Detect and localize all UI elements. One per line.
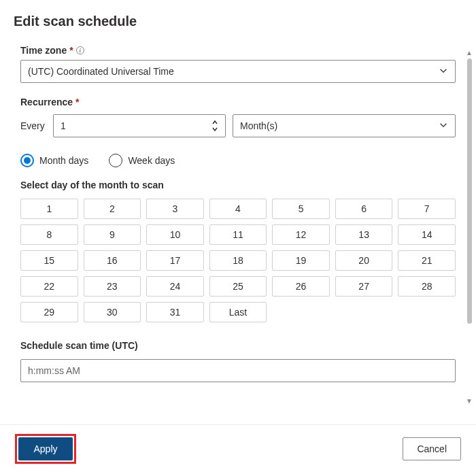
dialog-header: Edit scan schedule bbox=[0, 0, 476, 35]
day-cell-5[interactable]: 5 bbox=[272, 199, 330, 219]
spinner-up-icon[interactable] bbox=[211, 119, 218, 126]
day-cell-8[interactable]: 8 bbox=[20, 224, 78, 245]
day-cell-16[interactable]: 16 bbox=[84, 250, 141, 271]
day-cell-6[interactable]: 6 bbox=[335, 199, 393, 219]
day-cell-18[interactable]: 18 bbox=[209, 250, 267, 271]
dialog-title: Edit scan schedule bbox=[14, 14, 462, 29]
dialog-footer: Apply Cancel bbox=[0, 424, 476, 472]
scan-time-placeholder: h:mm:ss AM bbox=[28, 365, 80, 376]
recurrence-label-text: Recurrence bbox=[20, 97, 73, 107]
day-cell-3[interactable]: 3 bbox=[146, 199, 204, 219]
form-body: Time zone * i (UTC) Coordinated Universa… bbox=[0, 37, 476, 424]
timezone-value: (UTC) Coordinated Universal Time bbox=[28, 66, 174, 77]
required-marker: * bbox=[75, 97, 79, 107]
day-cell-4[interactable]: 4 bbox=[209, 199, 267, 219]
day-cell-last[interactable]: Last bbox=[209, 302, 267, 322]
day-cell-13[interactable]: 13 bbox=[335, 224, 393, 245]
apply-highlight: Apply bbox=[15, 434, 76, 464]
chevron-down-icon bbox=[439, 120, 448, 132]
scan-time-label: Schedule scan time (UTC) bbox=[20, 340, 456, 351]
every-label: Every bbox=[20, 120, 46, 131]
day-cell-25[interactable]: 25 bbox=[209, 276, 267, 297]
spinner-arrows bbox=[211, 115, 222, 137]
day-cell-7[interactable]: 7 bbox=[398, 199, 456, 219]
recurrence-unit-value: Month(s) bbox=[240, 120, 277, 131]
radio-week-days-label: Week days bbox=[128, 155, 175, 166]
day-cell-26[interactable]: 26 bbox=[272, 276, 330, 297]
day-cell-22[interactable]: 22 bbox=[20, 276, 78, 297]
day-cell-1[interactable]: 1 bbox=[20, 199, 78, 219]
radio-circle-icon bbox=[20, 154, 34, 167]
timezone-section: Time zone * i (UTC) Coordinated Universa… bbox=[20, 45, 456, 83]
day-cell-11[interactable]: 11 bbox=[209, 224, 267, 245]
day-cell-31[interactable]: 31 bbox=[146, 302, 204, 322]
timezone-label: Time zone * i bbox=[20, 45, 456, 56]
day-cell-21[interactable]: 21 bbox=[398, 250, 456, 271]
info-icon[interactable]: i bbox=[76, 46, 84, 54]
radio-month-days[interactable]: Month days bbox=[20, 154, 88, 167]
recurrence-label: Recurrence * bbox=[20, 97, 456, 107]
recurrence-section: Recurrence * Every 1 Month(s) bbox=[20, 97, 456, 382]
every-row: Every 1 Month(s) bbox=[20, 114, 456, 137]
day-cell-12[interactable]: 12 bbox=[272, 224, 330, 245]
radio-month-days-label: Month days bbox=[39, 155, 88, 166]
timezone-select[interactable]: (UTC) Coordinated Universal Time bbox=[20, 60, 456, 83]
every-number-input[interactable]: 1 bbox=[53, 114, 226, 137]
every-value: 1 bbox=[61, 120, 66, 131]
radio-week-days[interactable]: Week days bbox=[109, 154, 175, 167]
timezone-label-text: Time zone bbox=[20, 45, 67, 56]
day-cell-9[interactable]: 9 bbox=[84, 224, 141, 245]
day-cell-24[interactable]: 24 bbox=[146, 276, 204, 297]
day-cell-20[interactable]: 20 bbox=[335, 250, 393, 271]
spinner-down-icon[interactable] bbox=[211, 126, 218, 133]
radio-dot-icon bbox=[24, 157, 31, 164]
day-cell-29[interactable]: 29 bbox=[20, 302, 78, 322]
day-cell-15[interactable]: 15 bbox=[20, 250, 78, 271]
day-cell-14[interactable]: 14 bbox=[398, 224, 456, 245]
day-cell-2[interactable]: 2 bbox=[84, 199, 141, 219]
day-cell-23[interactable]: 23 bbox=[84, 276, 141, 297]
cancel-button[interactable]: Cancel bbox=[403, 437, 461, 460]
day-cell-27[interactable]: 27 bbox=[335, 276, 393, 297]
day-cell-17[interactable]: 17 bbox=[146, 250, 204, 271]
day-cell-19[interactable]: 19 bbox=[272, 250, 330, 271]
day-grid: 1234567891011121314151617181920212223242… bbox=[20, 199, 456, 322]
day-cell-10[interactable]: 10 bbox=[146, 224, 204, 245]
day-cell-30[interactable]: 30 bbox=[84, 302, 141, 322]
day-type-radio-group: Month days Week days bbox=[20, 154, 456, 167]
chevron-down-icon bbox=[439, 66, 448, 78]
required-marker: * bbox=[69, 45, 73, 56]
day-cell-28[interactable]: 28 bbox=[398, 276, 456, 297]
recurrence-unit-select[interactable]: Month(s) bbox=[233, 114, 456, 137]
scan-time-input[interactable]: h:mm:ss AM bbox=[20, 359, 456, 382]
apply-button[interactable]: Apply bbox=[18, 437, 73, 460]
radio-circle-icon bbox=[109, 154, 122, 167]
day-select-label: Select day of the month to scan bbox=[20, 180, 456, 190]
